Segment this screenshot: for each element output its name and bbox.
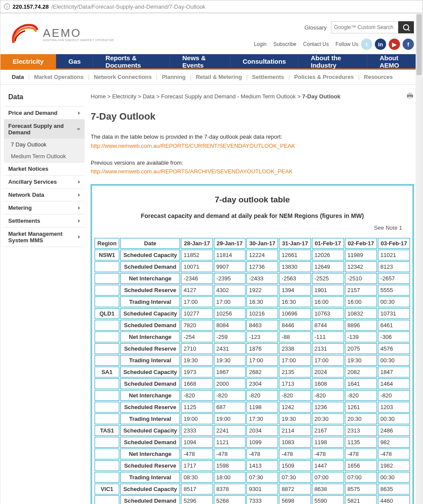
sidebar-subitem[interactable]: Medium Term Outlook (4, 150, 85, 162)
data-cell: -478 (214, 449, 246, 459)
row-label: Scheduled Capacity (120, 484, 180, 494)
subnav-market-operations[interactable]: Market Operations (30, 74, 88, 80)
breadcrumb-part[interactable]: Forecast Supply and Demand - Medium Term… (161, 93, 295, 100)
page-title: 7-Day Outlook (91, 111, 414, 122)
scroll-thumb[interactable] (416, 14, 422, 75)
subscribe-link[interactable]: Subscribe (273, 41, 296, 47)
data-cell: 12224 (246, 250, 278, 260)
scrollbar[interactable] (416, 13, 423, 504)
data-cell: 2304 (246, 378, 278, 389)
chevron-icon (78, 111, 80, 115)
sidebar-item[interactable]: Ancillary Services (4, 175, 85, 188)
data-cell: -2510 (345, 273, 377, 284)
nav-electricity[interactable]: Electricity (0, 54, 56, 68)
address-bar[interactable]: i 220.157.74.28/Electricity/Data/Forecas… (0, 0, 423, 13)
data-cell: 5821 (345, 495, 377, 504)
data-cell: 1447 (312, 460, 344, 471)
subnav-data[interactable]: Data (8, 74, 28, 80)
data-cell: 1413 (246, 460, 278, 471)
data-cell: 8872 (279, 484, 311, 494)
row-label: Scheduled Capacity (120, 367, 180, 377)
row-label: Scheduled Reserve (120, 343, 180, 354)
nav-about-aemo[interactable]: About AEMO (367, 54, 423, 68)
glossary-link[interactable]: Glossary (305, 24, 327, 31)
twitter-icon[interactable]: t (361, 39, 372, 50)
data-cell: 2082 (345, 367, 377, 377)
table-row: Scheduled Reserve41274302192213941901215… (95, 285, 410, 296)
contact-link[interactable]: Contact Us (303, 41, 329, 47)
login-link[interactable]: Login (254, 41, 266, 47)
data-cell: 10071 (181, 261, 213, 272)
subnav-planning[interactable]: Planning (157, 74, 190, 80)
sidebar-item[interactable]: Network Data (4, 188, 85, 201)
facebook-icon[interactable]: f (403, 39, 414, 50)
data-cell: 2241 (214, 425, 246, 436)
sidebar-subitem[interactable]: 7 Day Outlook (4, 139, 85, 150)
data-cell: -2525 (312, 273, 344, 284)
breadcrumb-part[interactable]: Electricity (112, 93, 137, 100)
region-cell: SA1 (95, 367, 119, 377)
logo[interactable]: AEMO AUSTRALIAN ENERGY MARKET OPERATOR (9, 21, 114, 47)
data-cell: 1135 (345, 437, 377, 448)
sidebar-item[interactable]: Forecast Supply and Demand (4, 119, 85, 139)
table-row: Scheduled Demand109411211099108311981135… (95, 437, 410, 448)
sidebar-item[interactable]: Market Management System MMS (4, 227, 85, 247)
data-cell: -478 (312, 449, 344, 459)
nav-consultations[interactable]: Consultations (230, 54, 298, 68)
table-row: Trading Interval19:3019:3017:0017:0017:0… (95, 355, 410, 366)
row-label: Scheduled Demand (120, 378, 180, 389)
main-content: Home > Electricity > Data > Forecast Sup… (91, 92, 414, 504)
subnav-retail-metering[interactable]: Retail & Metering (191, 74, 246, 80)
region-cell: TAS1 (95, 425, 119, 436)
report-link-current[interactable]: http://www.nemweb.com.au/REPORTS/CURRENT… (91, 142, 414, 151)
region-cell (95, 437, 119, 448)
table-row: VIC1Scheduled Capacity851783789301887286… (95, 484, 410, 494)
table-header: Region (95, 238, 119, 249)
data-cell: 07:30 (279, 472, 311, 483)
table-row: Net Interchange-254-259-123-88-111-139-3… (95, 332, 410, 342)
table-row: SA1Scheduled Capacity1973186726822135202… (95, 367, 410, 377)
chevron-icon (78, 180, 80, 184)
search-input[interactable] (331, 21, 398, 33)
row-label: Net Interchange (120, 273, 180, 284)
linkedin-icon[interactable]: in (375, 39, 386, 50)
data-cell: -2657 (378, 273, 410, 284)
subnav-network-connections[interactable]: Network Connections (89, 74, 156, 80)
breadcrumb-part[interactable]: Home (91, 93, 106, 100)
data-cell: 00:30 (378, 355, 410, 366)
data-cell: 6461 (378, 320, 410, 331)
sidebar-item[interactable]: Price and Demand (4, 106, 85, 119)
breadcrumb-part[interactable]: Data (143, 93, 154, 100)
subnav-resources[interactable]: Resources (360, 74, 397, 80)
sidebar-title: Data (4, 92, 85, 106)
nav-gas[interactable]: Gas (56, 54, 93, 68)
nav-news-events[interactable]: News & Events (170, 54, 230, 68)
data-cell: 8084 (214, 320, 246, 331)
data-cell: 1847 (378, 367, 410, 377)
sidebar-item[interactable]: Metering (4, 201, 85, 214)
youtube-icon[interactable]: ▶ (389, 39, 400, 50)
table-header: Date (120, 238, 180, 249)
search-button[interactable] (398, 21, 414, 33)
table-row: Scheduled Demand100719907127361383012649… (95, 261, 410, 272)
print-icon[interactable] (406, 92, 414, 101)
search-icon (403, 24, 409, 30)
table-row: NSW1Scheduled Capacity118521181412224126… (95, 250, 410, 260)
subnav-settlements[interactable]: Settlements (248, 74, 289, 80)
data-cell: 8517 (181, 484, 213, 494)
data-cell: 17:00 (279, 355, 311, 366)
region-cell (95, 402, 119, 413)
sidebar-item[interactable]: Market Notices (4, 162, 85, 175)
report-link-archive[interactable]: http://www.nemweb.com.au/REPORTS/ARCHIVE… (91, 167, 414, 176)
info-icon[interactable]: i (4, 3, 10, 10)
sidebar-item[interactable]: Settlements (4, 214, 85, 227)
nav-about-the-industry[interactable]: About the Industry (298, 54, 367, 68)
table-row: TAS1Scheduled Capacity233322412034211421… (95, 425, 410, 436)
data-cell: 1656 (345, 460, 377, 471)
nav-reports-documents[interactable]: Reports & Documents (93, 54, 170, 68)
data-cell: -478 (345, 449, 377, 459)
data-cell: 5268 (214, 495, 246, 504)
subnav-policies-procedures[interactable]: Policies & Procedures (290, 74, 358, 80)
region-cell (95, 460, 119, 471)
row-label: Scheduled Reserve (120, 402, 180, 413)
